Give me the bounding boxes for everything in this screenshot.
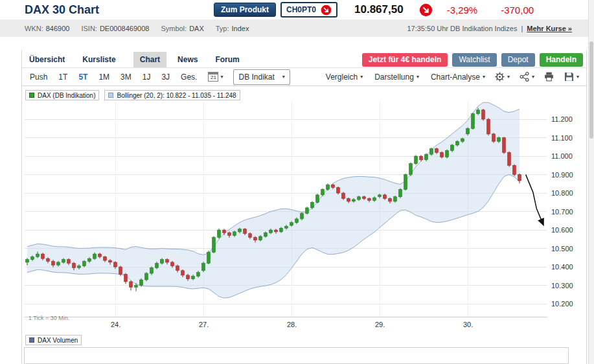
period-1m[interactable]: 1M (98, 73, 109, 82)
tab-chart[interactable]: Chart (133, 52, 166, 67)
dax-series-swatch (29, 93, 34, 98)
svg-text:1 Tick = 30 Min.: 1 Tick = 30 Min. (29, 315, 69, 321)
symbol-value: DAX (189, 25, 204, 32)
svg-text:10.700: 10.700 (551, 208, 573, 216)
change-absolute: -370,00 (501, 5, 534, 16)
period-5t[interactable]: 5T (78, 73, 87, 82)
print-button[interactable] (543, 71, 554, 82)
svg-text:10.600: 10.600 (551, 226, 573, 234)
page-title: DAX 30 Chart (25, 3, 214, 17)
product-code-label: CH0PT0 (286, 5, 316, 14)
zum-produkt-button[interactable]: Zum Produkt (214, 3, 276, 17)
chevron-down-icon: ▾ (532, 74, 534, 80)
price-chart[interactable]: 11.20011.10011.00010.90010.80010.70010.6… (25, 102, 588, 330)
handeln-button[interactable]: Handeln (540, 53, 583, 67)
legend-dax: DAX (DB Indikation) (25, 90, 99, 100)
tab-uebersicht[interactable]: Übersicht (29, 55, 65, 64)
darstellung-label: Darstellung (374, 73, 414, 82)
share-nodes-icon (519, 71, 530, 82)
chevron-down-icon: ▾ (483, 74, 485, 80)
trade-now-button[interactable]: Jetzt für 4€ handeln (362, 53, 448, 67)
svg-text:29.: 29. (375, 321, 385, 328)
typ-value: Index (232, 25, 249, 32)
svg-text:11.100: 11.100 (551, 134, 573, 142)
legend-bollinger: Bollinger (20, 2): 10.822 - 11.035 - 11.… (104, 90, 240, 100)
svg-text:10.500: 10.500 (551, 245, 573, 253)
svg-text:10.900: 10.900 (551, 171, 573, 179)
gear-icon (494, 71, 505, 82)
volume-legend: DAX Volumen (25, 335, 82, 345)
period-push[interactable]: Push (30, 73, 47, 82)
depot-button[interactable]: Depot (501, 53, 535, 67)
period-1t[interactable]: 1T (58, 73, 67, 82)
chart-analyse-menu[interactable]: Chart-Analyse ▾ (431, 73, 485, 82)
isin-label: ISIN: (81, 25, 97, 32)
instrument-info-bar: WKN:846900 ISIN:DE0008469008 Symbol:DAX … (0, 19, 594, 37)
legend-dax-label: DAX (DB Indikation) (38, 92, 95, 99)
vergleich-label: Vergleich (326, 73, 358, 82)
svg-text:28.: 28. (287, 321, 297, 328)
tab-forum[interactable]: Forum (215, 55, 239, 64)
wkn-label: WKN: (25, 25, 43, 32)
volume-panel (24, 347, 569, 364)
svg-text:30.: 30. (463, 321, 473, 328)
volume-legend-label: DAX Volumen (38, 337, 78, 344)
header-bar: DAX 30 Chart Zum Produkt CH0PT0 10.867,5… (0, 0, 588, 19)
chevron-down-icon: ▾ (220, 74, 223, 80)
quote-timestamp: 17:35:50 Uhr DB Indikation Indizes (407, 25, 517, 32)
chevron-down-icon: ▾ (577, 74, 579, 80)
period-1j[interactable]: 1J (143, 73, 151, 82)
dax-chart-page: DAX 30 Chart Zum Produkt CH0PT0 10.867,5… (0, 0, 594, 364)
vergleich-menu[interactable]: Vergleich ▾ (326, 73, 363, 82)
printer-icon (543, 71, 554, 82)
scrollbar-thumb[interactable] (589, 41, 593, 139)
svg-text:11.000: 11.000 (551, 152, 573, 160)
chart-settings-button[interactable]: ▾ (494, 71, 510, 82)
quote-source-select[interactable]: DB Indikat ▾ (233, 69, 290, 85)
page-scrollbar[interactable] (588, 0, 594, 364)
legend-bollinger-label: Bollinger (20, 2): 10.822 - 11.035 - 11.… (117, 92, 236, 99)
change-percent: -3,29% (447, 5, 478, 16)
separator: | (521, 25, 523, 32)
current-price: 10.867,50 (354, 3, 404, 16)
isin-value: DE0008469008 (100, 25, 149, 32)
svg-text:10.400: 10.400 (551, 263, 573, 271)
candlestick-chart-canvas[interactable]: 11.20011.10011.00010.90010.80010.70010.6… (25, 102, 588, 330)
chevron-down-icon: ▾ (282, 74, 285, 80)
down-trend-icon (321, 5, 332, 16)
bollinger-series-swatch (108, 93, 113, 98)
watchlist-button[interactable]: Watchlist (452, 53, 496, 67)
svg-text:24.: 24. (111, 321, 120, 328)
darstellung-menu[interactable]: Darstellung ▾ (374, 73, 419, 82)
down-trend-icon (419, 3, 433, 17)
chevron-down-icon: ▾ (507, 74, 510, 80)
quote-source-value: DB Indikat (238, 73, 274, 82)
product-code-button[interactable]: CH0PT0 (280, 2, 337, 17)
chevron-down-icon: ▾ (417, 74, 419, 80)
calendar-icon: 21 (208, 72, 218, 82)
chart-analyse-label: Chart-Analyse (431, 73, 480, 82)
svg-text:10.200: 10.200 (551, 300, 573, 308)
typ-label: Typ: (216, 25, 229, 32)
chart-toolbar: Push 1T 5T 1M 3M 1J 3J Ges. 21 ▾ DB Indi… (22, 67, 587, 86)
chevron-down-icon: ▾ (360, 74, 363, 80)
period-ges[interactable]: Ges. (181, 73, 197, 82)
svg-text:11.200: 11.200 (551, 115, 573, 123)
volume-series-swatch (29, 337, 34, 343)
indicators-button[interactable]: ▾ (519, 71, 534, 82)
wkn-value: 846900 (46, 25, 70, 32)
symbol-label: Symbol: (161, 25, 187, 32)
instrument-fields: WKN:846900 ISIN:DE0008469008 Symbol:DAX … (25, 25, 249, 32)
tab-bar: Übersicht Kursliste Chart News Forum Jet… (29, 52, 583, 67)
tab-news[interactable]: News (177, 55, 198, 64)
tab-kursliste[interactable]: Kursliste (82, 55, 115, 64)
svg-text:10.800: 10.800 (551, 189, 573, 197)
save-chart-button[interactable]: ▾ (564, 71, 579, 82)
svg-text:10.300: 10.300 (551, 282, 573, 290)
mehr-kurse-link[interactable]: Mehr Kurse » (527, 25, 572, 32)
save-icon (564, 71, 575, 82)
period-3m[interactable]: 3M (120, 73, 131, 82)
svg-text:27.: 27. (199, 321, 209, 328)
period-3j[interactable]: 3J (161, 73, 170, 82)
date-range-picker[interactable]: 21 ▾ (208, 72, 223, 82)
